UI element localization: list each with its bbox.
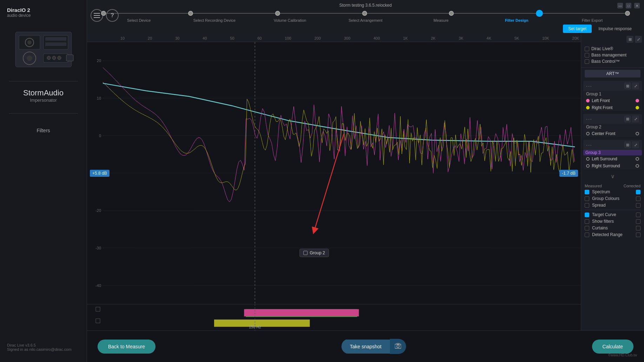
- step-connector-6: [543, 13, 625, 14]
- step-connector-5: [454, 13, 536, 14]
- group-3-label: Group 3: [583, 150, 642, 155]
- g3-expand-icon[interactable]: ⤢: [632, 141, 639, 148]
- close-button[interactable]: ✕: [634, 3, 640, 8]
- spread-label: Spread: [589, 203, 636, 208]
- minimize-button[interactable]: —: [617, 3, 623, 8]
- target-curve-measured-check[interactable]: [585, 213, 589, 217]
- detected-range-corrected-check[interactable]: [636, 233, 640, 237]
- spread-corrected-check[interactable]: [636, 203, 640, 208]
- step-circle-4[interactable]: [362, 11, 367, 16]
- target-curve-corrected-check[interactable]: [636, 213, 640, 217]
- group-1-label: Group 1: [583, 91, 642, 97]
- show-filters-measured-check[interactable]: [585, 219, 589, 224]
- dirac-live-check[interactable]: [585, 47, 589, 51]
- steps-track: [91, 10, 640, 17]
- group-2-dots: ···: [586, 116, 592, 122]
- step-label-5[interactable]: Measure: [403, 18, 479, 22]
- center-front-dot: [586, 132, 590, 135]
- left-surround-label: Left Surround: [592, 156, 617, 161]
- rp-expand-icon[interactable]: ⤢: [635, 36, 642, 43]
- svg-point-10: [47, 56, 51, 60]
- group-2-label: Group 2: [583, 124, 642, 130]
- g2-grid-icon[interactable]: ⊞: [624, 115, 631, 122]
- x-label-300: 300: [344, 36, 350, 40]
- x-label-60: 60: [257, 36, 261, 40]
- step-label-4[interactable]: Select Arrangement: [328, 18, 403, 22]
- step-circle-5[interactable]: [449, 11, 454, 16]
- step-circle-2[interactable]: [188, 11, 193, 16]
- left-surround-row: Left Surround: [583, 155, 642, 162]
- chart-container[interactable]: +5.8 dB -1.7 dB Group 2: [87, 42, 581, 304]
- svg-point-3: [27, 40, 32, 45]
- g3-grid-icon[interactable]: ⊞: [624, 141, 631, 148]
- right-front-label: Right Front: [592, 105, 612, 110]
- center-front-row: Center Front: [583, 130, 642, 137]
- group-panel-3: ··· ⊞ ⤢ Group 3 Left Surround: [583, 140, 642, 169]
- curtains-measured-check[interactable]: [585, 226, 589, 230]
- group-3-icons: ⊞ ⤢: [624, 141, 639, 148]
- g1-grid-icon[interactable]: ⊞: [624, 82, 631, 89]
- back-to-measure-button[interactable]: Back to Measure: [98, 340, 155, 354]
- g2-expand-icon[interactable]: ⤢: [632, 115, 639, 122]
- measured-label: Measured: [585, 184, 602, 188]
- sidebar-filters-label: Filters: [36, 128, 50, 133]
- help-icon[interactable]: ?: [106, 9, 119, 22]
- spread-measured-check[interactable]: [585, 203, 589, 208]
- g1-expand-icon[interactable]: ⤢: [632, 82, 639, 89]
- step-label-7[interactable]: Filter Export: [555, 18, 630, 22]
- detected-range-measured-check[interactable]: [585, 233, 589, 237]
- maximize-button[interactable]: □: [626, 3, 631, 8]
- sub-tabs: Set target Impulse response: [91, 25, 640, 34]
- bass-control-check[interactable]: [585, 59, 589, 64]
- rp-top-checks: Dirac Live® Bass management Bass Control…: [581, 44, 644, 68]
- spectrum-row: Spectrum: [585, 189, 640, 194]
- target-curve-label: Target Curve: [589, 212, 636, 217]
- right-surround-dot-right: [636, 164, 639, 168]
- svg-rect-14: [94, 13, 100, 14]
- tab-set-target[interactable]: Set target: [563, 25, 592, 33]
- x-label-5k: 5K: [514, 36, 519, 40]
- step-circle-6[interactable]: [536, 10, 543, 17]
- step-connector-3: [280, 13, 362, 14]
- center-front-dot-right: [636, 132, 639, 135]
- group-colours-measured-check[interactable]: [585, 196, 589, 201]
- menu-icon[interactable]: [91, 9, 103, 22]
- step-circle-1[interactable]: [101, 11, 106, 16]
- left-front-dot: [586, 99, 590, 102]
- group-2-icons: ⊞ ⤢: [624, 115, 639, 122]
- spectrum-corrected-check[interactable]: [636, 190, 640, 194]
- rp-grid-icon[interactable]: ⊞: [626, 36, 633, 43]
- bass-mgmt-check[interactable]: [585, 53, 589, 58]
- detected-range-row: Detected Range: [585, 232, 640, 237]
- step-circle-3[interactable]: [275, 11, 280, 16]
- scroll-down-arrow[interactable]: ∨: [581, 171, 644, 182]
- x-label-1k: 1K: [403, 36, 407, 40]
- curtains-label: Curtains: [589, 226, 636, 230]
- center-front-label: Center Front: [592, 131, 615, 136]
- show-filters-row: Show filters: [585, 219, 640, 224]
- step-node-6: [536, 10, 543, 17]
- step-circle-7[interactable]: [625, 11, 630, 16]
- sidebar-divider: [9, 81, 78, 81]
- window-controls: — □ ✕: [617, 3, 640, 8]
- group-colours-corrected-check[interactable]: [636, 196, 640, 201]
- right-front-dot: [586, 106, 590, 109]
- step-label-3[interactable]: Volume Calibration: [252, 18, 328, 22]
- main-chart[interactable]: [87, 42, 581, 304]
- show-filters-corrected-check[interactable]: [636, 219, 640, 224]
- spectrum-measured-check[interactable]: [585, 190, 589, 194]
- curtains-corrected-check[interactable]: [636, 226, 640, 230]
- step-label-2[interactable]: Select Recording Device: [177, 18, 252, 22]
- step-label-6[interactable]: Filter Design: [479, 18, 554, 22]
- group-1-dots: ···: [586, 83, 592, 89]
- calculate-button[interactable]: Calculate: [592, 340, 633, 354]
- snapshot-icon-button[interactable]: [390, 339, 406, 354]
- tab-impulse-response[interactable]: Impulse response: [593, 25, 637, 33]
- target-curve-row: Target Curve: [585, 212, 640, 217]
- take-snapshot-button[interactable]: Take snapshot: [341, 340, 390, 354]
- x-label-200: 200: [314, 36, 321, 40]
- x-label-20k: 20K: [572, 36, 579, 40]
- art-button[interactable]: ART™: [585, 70, 640, 78]
- content-row: 10 20 30 40 50 60 100 200 300 400 1K 2K …: [87, 34, 644, 330]
- sidebar: DiracIO 2 audio device StormAudio Impers…: [0, 0, 87, 362]
